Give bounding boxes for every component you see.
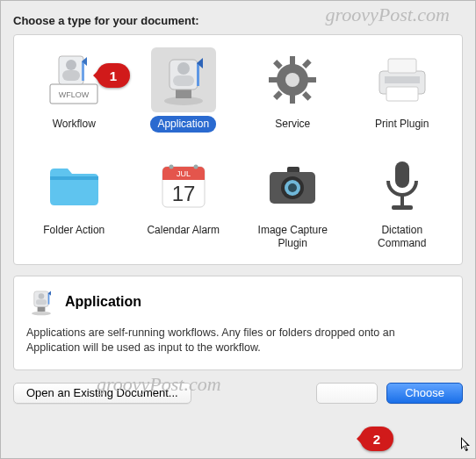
type-dictation[interactable]: Dictation Command (348, 154, 458, 252)
type-label: Service (268, 116, 317, 133)
type-label: Print Plugin (368, 116, 436, 133)
type-image-capture[interactable]: Image Capture Plugin (238, 154, 348, 252)
svg-text:WFLOW: WFLOW (59, 90, 90, 99)
svg-rect-5 (82, 61, 84, 81)
type-label: Application (150, 116, 216, 133)
svg-rect-25 (385, 76, 420, 83)
application-icon (26, 287, 56, 317)
svg-text:17: 17 (171, 182, 195, 205)
folder-icon (41, 154, 106, 219)
type-folder-action[interactable]: Folder Action (19, 154, 129, 252)
svg-rect-17 (307, 77, 316, 82)
type-calendar-alarm[interactable]: JUL 17 Calendar Alarm (129, 154, 239, 252)
cursor-icon (460, 436, 472, 454)
close-button[interactable] (316, 383, 378, 404)
microphone-icon (370, 154, 435, 219)
svg-rect-18 (273, 60, 283, 69)
svg-point-46 (39, 293, 45, 299)
type-print-plugin[interactable]: Print Plugin (348, 47, 458, 133)
svg-point-32 (169, 165, 173, 169)
svg-rect-47 (36, 299, 47, 305)
svg-rect-16 (269, 77, 278, 82)
annotation-marker-2: 2 (360, 427, 393, 451)
calendar-icon: JUL 17 (151, 154, 216, 219)
svg-rect-15 (290, 95, 295, 104)
printer-icon (370, 47, 435, 112)
svg-rect-44 (38, 306, 46, 311)
gear-icon (260, 47, 325, 112)
svg-rect-40 (395, 161, 409, 188)
svg-rect-14 (290, 56, 295, 65)
svg-rect-41 (400, 195, 404, 205)
svg-rect-23 (388, 59, 416, 73)
svg-rect-11 (197, 63, 199, 86)
svg-rect-26 (50, 176, 98, 180)
description-text: Applications are self-running workflows.… (26, 326, 450, 355)
type-grid: WFLOW Workflow (13, 34, 463, 265)
svg-point-3 (66, 60, 76, 70)
type-label: Folder Action (36, 222, 112, 239)
svg-rect-4 (62, 70, 80, 81)
type-label: Workflow (46, 116, 103, 133)
application-icon (151, 47, 216, 112)
annotation-marker-1: 1 (97, 63, 130, 88)
open-existing-button[interactable]: Open an Existing Document... (13, 383, 191, 404)
svg-point-33 (193, 165, 198, 169)
svg-text:JUL: JUL (177, 169, 191, 178)
svg-rect-10 (173, 75, 194, 86)
prompt-label: Choose a type for your document: (13, 14, 463, 27)
footer: Open an Existing Document... Choose (13, 383, 463, 404)
type-service[interactable]: Service (238, 47, 348, 133)
type-label: Calendar Alarm (140, 222, 227, 239)
description-title: Application (65, 294, 141, 310)
svg-rect-48 (48, 293, 50, 305)
svg-rect-21 (273, 90, 283, 100)
document-type-chooser: Choose a type for your document: WFLOW W… (0, 0, 476, 459)
type-label: Dictation Command (354, 222, 451, 252)
svg-point-39 (288, 183, 297, 192)
type-workflow[interactable]: WFLOW Workflow (19, 47, 129, 133)
type-application[interactable]: Application (129, 47, 239, 133)
svg-point-43 (32, 312, 51, 315)
svg-point-9 (177, 62, 190, 75)
description-panel: Application Applications are self-runnin… (13, 276, 463, 370)
svg-rect-20 (302, 59, 312, 68)
svg-point-13 (285, 73, 299, 87)
svg-rect-19 (302, 91, 312, 101)
svg-rect-42 (392, 205, 413, 210)
choose-button[interactable]: Choose (386, 383, 463, 404)
type-label: Image Capture Plugin (244, 222, 341, 252)
svg-rect-24 (386, 87, 418, 101)
camera-icon (260, 154, 325, 219)
